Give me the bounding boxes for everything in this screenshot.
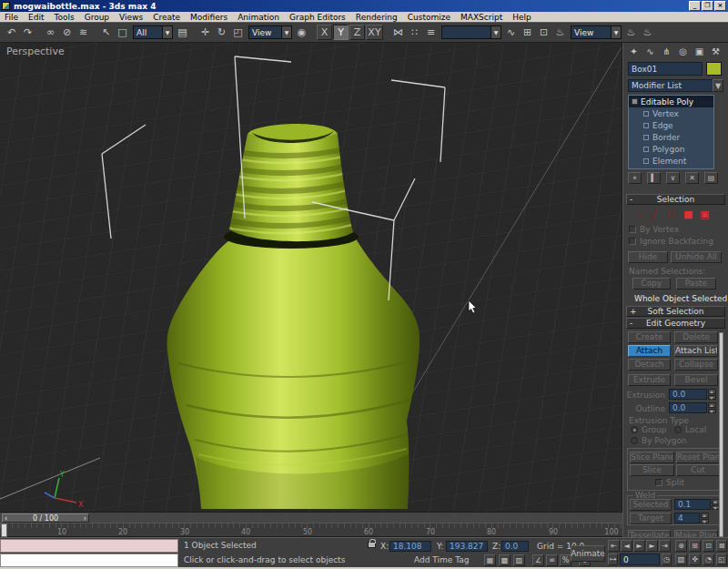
previous-frame-icon[interactable]: ◄ xyxy=(621,540,632,552)
object-name-field[interactable]: Box01 xyxy=(628,62,703,76)
menu-animation[interactable]: Animation xyxy=(238,13,279,22)
modifier-list-dropdown[interactable]: Modifier List xyxy=(628,79,714,92)
time-slider[interactable]: ‹ 0 / 100 › xyxy=(0,512,622,523)
subobject-edge-icon[interactable]: ╱ xyxy=(652,208,658,220)
snap-toggle-icon[interactable]: ∠ xyxy=(532,554,544,566)
time-tag-icon[interactable]: ▦ xyxy=(484,554,496,566)
unhide-all-button[interactable]: Unhide All xyxy=(671,251,722,263)
zoom-extents-icon[interactable]: ⊡ xyxy=(703,540,714,552)
current-frame-field[interactable]: 0 xyxy=(620,554,660,565)
make-unique-icon[interactable]: ∨ xyxy=(666,172,680,184)
chevron-down-icon[interactable]: ▼ xyxy=(162,26,172,38)
chevron-down-icon[interactable]: ▼ xyxy=(713,79,723,92)
stack-item-border[interactable]: Border xyxy=(629,131,713,143)
perspective-viewport[interactable]: Y X Perspective xyxy=(0,43,622,512)
menu-graph-editors[interactable]: Graph Editors xyxy=(289,13,346,22)
attach-list-button[interactable]: Attach List xyxy=(674,345,718,357)
restrict-y-button[interactable]: Y xyxy=(333,25,349,40)
min-max-toggle-icon[interactable]: ◱ xyxy=(716,554,727,565)
menu-file[interactable]: File xyxy=(5,13,18,22)
chevron-down-icon[interactable]: ▼ xyxy=(611,26,621,38)
x-coordinate-field[interactable]: 18.108 xyxy=(389,541,431,552)
outline-field[interactable]: 0.0 xyxy=(669,402,707,413)
redo-icon[interactable]: ↷ xyxy=(20,25,35,40)
weld-target-spinner[interactable] xyxy=(701,513,709,523)
stack-item-editable-poly[interactable]: Editable Poly xyxy=(629,96,713,107)
pin-stack-icon[interactable]: ⌖ xyxy=(628,172,642,184)
menu-maxscript[interactable]: MAXScript xyxy=(460,13,502,22)
select-link-icon[interactable]: ∞ xyxy=(43,25,58,40)
z-coordinate-field[interactable]: 0.0 xyxy=(501,541,529,552)
select-object-icon[interactable]: ↖ xyxy=(98,25,114,40)
rotate-icon[interactable]: ↻ xyxy=(214,25,229,40)
collapse-button[interactable]: Collapse xyxy=(674,359,718,371)
named-selections-dropdown[interactable]: ▼ xyxy=(441,25,501,39)
paste-button[interactable]: Paste xyxy=(676,278,716,290)
slice-button[interactable]: Slice xyxy=(630,464,674,476)
time-config-icon[interactable]: ◷ xyxy=(662,554,672,565)
tab-motion-icon[interactable]: ◎ xyxy=(675,45,691,58)
weld-threshold-field[interactable]: 0.1 xyxy=(674,499,711,510)
track-bar[interactable]: 10 20 30 40 50 60 70 80 90 100 xyxy=(0,523,622,537)
tab-create-icon[interactable]: ✦ xyxy=(626,45,642,58)
extrusion-field[interactable]: 0.0 xyxy=(669,389,707,400)
selection-filter-dropdown[interactable]: All ▼ xyxy=(133,25,173,39)
restrict-z-button[interactable]: Z xyxy=(349,25,365,40)
by-vertex-checkbox[interactable] xyxy=(629,226,636,233)
bevel-button[interactable]: Bevel xyxy=(674,374,718,386)
region-select-icon[interactable]: □ xyxy=(115,25,130,40)
menu-customize[interactable]: Customize xyxy=(408,13,450,22)
move-icon[interactable]: ✛ xyxy=(197,25,213,40)
subobject-element-icon[interactable]: ▣ xyxy=(700,208,709,220)
object-color-swatch[interactable] xyxy=(706,62,722,76)
weld-target-button[interactable]: Target xyxy=(630,513,672,524)
angle-snap-icon[interactable]: ≌ xyxy=(546,554,558,566)
tab-display-icon[interactable]: ▣ xyxy=(692,45,707,58)
reset-plane-button[interactable]: Reset Plane xyxy=(676,452,720,463)
cut-button[interactable]: Cut xyxy=(676,464,720,476)
ignore-backfacing-checkbox[interactable] xyxy=(629,238,636,245)
hide-button[interactable]: Hide xyxy=(628,251,668,263)
stack-item-polygon[interactable]: Polygon xyxy=(629,143,713,155)
key-mode-icon[interactable]: ⊶ xyxy=(608,554,618,565)
render-scene-icon[interactable]: ♨ xyxy=(552,25,568,40)
trackbar-frame-marker[interactable] xyxy=(1,523,7,537)
copy-button[interactable]: Copy xyxy=(632,278,671,290)
go-to-end-icon[interactable]: ⇥ xyxy=(659,540,671,552)
render-last-icon[interactable]: ♨ xyxy=(623,25,639,40)
bind-spacewarp-icon[interactable]: ≋ xyxy=(76,25,91,40)
tessellate-button[interactable]: Tessellate xyxy=(628,530,671,537)
next-frame-icon[interactable]: ► xyxy=(646,540,658,552)
y-coordinate-field[interactable]: 193.827 xyxy=(446,541,488,552)
attach-button[interactable]: Attach xyxy=(628,345,671,357)
menu-tools[interactable]: Tools xyxy=(55,13,75,22)
zoom-icon[interactable]: ⊕ xyxy=(675,540,687,552)
split-checkbox[interactable] xyxy=(655,479,662,486)
delete-button[interactable]: Delete xyxy=(674,331,718,343)
slider-prev-icon[interactable]: ‹ xyxy=(5,514,7,523)
menu-views[interactable]: Views xyxy=(119,13,143,22)
subobject-polygon-icon[interactable]: ■ xyxy=(683,208,693,220)
time-tag-icon[interactable]: ▨ xyxy=(513,554,525,566)
maxscript-listener-input[interactable] xyxy=(0,539,178,553)
quick-render-icon[interactable]: ♨ xyxy=(640,25,655,40)
menu-create[interactable]: Create xyxy=(153,13,180,22)
restrict-xy-button[interactable]: XY xyxy=(366,25,383,40)
go-to-start-icon[interactable]: ⇤ xyxy=(608,540,620,552)
zoom-all-icon[interactable]: ⊞ xyxy=(689,540,701,552)
menu-modifiers[interactable]: Modifiers xyxy=(190,13,228,22)
by-polygon-radio[interactable] xyxy=(631,437,638,444)
use-pivot-icon[interactable]: ◉ xyxy=(294,25,309,40)
detach-button[interactable]: Detach xyxy=(628,359,671,371)
align-icon[interactable]: ≡ xyxy=(423,25,439,40)
viewport-label[interactable]: Perspective xyxy=(6,46,65,57)
selection-lock-icon[interactable] xyxy=(368,542,376,548)
soft-selection-rollout-header[interactable]: + Soft Selection xyxy=(626,306,725,317)
slice-plane-button[interactable]: Slice Plane xyxy=(630,452,674,463)
minimize-button[interactable]: _ xyxy=(689,1,701,11)
extrude-button[interactable]: Extrude xyxy=(628,374,671,386)
maxscript-listener-output[interactable] xyxy=(0,554,178,567)
weld-selected-button[interactable]: Selected xyxy=(630,499,672,511)
select-by-name-icon[interactable]: ▤ xyxy=(175,25,190,40)
time-slider-handle[interactable]: ‹ 0 / 100 › xyxy=(2,513,89,523)
